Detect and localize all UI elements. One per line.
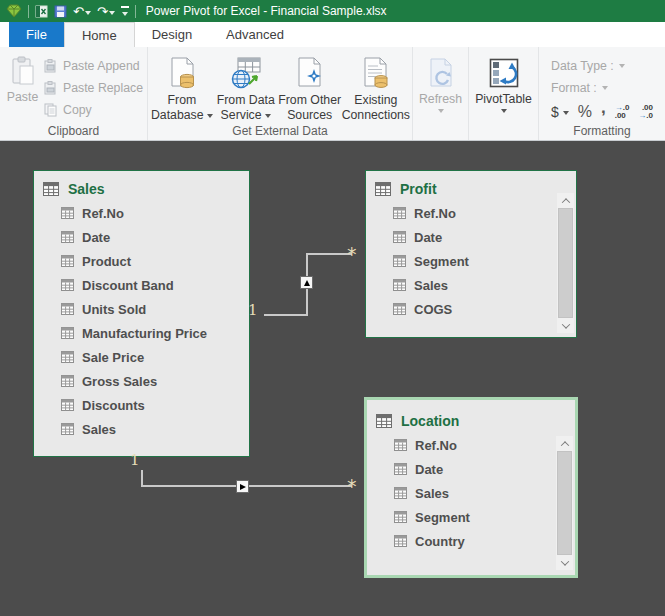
profit-scrollbar[interactable] bbox=[557, 193, 574, 333]
scrollbar-thumb[interactable] bbox=[558, 208, 573, 318]
paste-replace-label: Paste Replace bbox=[63, 81, 143, 95]
field-label: Ref.No bbox=[414, 206, 456, 221]
table-field-row[interactable]: Date bbox=[367, 457, 575, 481]
relationship-line[interactable] bbox=[306, 253, 352, 255]
table-field-row[interactable]: Gross Sales bbox=[34, 369, 249, 393]
location-scrollbar[interactable] bbox=[556, 436, 573, 570]
quick-access-toolbar-dropdown-icon[interactable] bbox=[121, 6, 129, 16]
field-table-icon bbox=[394, 463, 407, 475]
increase-decimal-button[interactable]: →.0 .00 bbox=[615, 104, 630, 120]
increase-decimal-bottom: .00 bbox=[615, 112, 630, 120]
field-label: Discount Band bbox=[82, 278, 174, 293]
undo-dropdown-icon[interactable] bbox=[85, 11, 91, 15]
table-field-row[interactable]: COGS bbox=[366, 297, 576, 321]
from-database-dropdown-icon bbox=[207, 114, 213, 118]
tab-design[interactable]: Design bbox=[135, 22, 209, 47]
filter-direction-up-icon[interactable] bbox=[300, 276, 313, 289]
field-label: Segment bbox=[414, 254, 469, 269]
redo-icon[interactable]: ↷ bbox=[97, 5, 115, 18]
powerpivot-window: ↶ ↷ Power Pivot for Excel - Financial Sa… bbox=[0, 0, 665, 616]
table-icon bbox=[375, 182, 391, 196]
table-field-row[interactable]: Segment bbox=[366, 249, 576, 273]
thousands-separator-button[interactable]: , bbox=[601, 98, 606, 118]
redo-dropdown-icon[interactable] bbox=[109, 11, 115, 15]
refresh-label: Refresh bbox=[419, 92, 462, 106]
field-table-icon bbox=[394, 535, 407, 547]
titlebar-separator bbox=[135, 5, 136, 18]
cardinality-one-label: 1 bbox=[130, 451, 140, 469]
field-table-icon bbox=[394, 439, 407, 451]
scroll-down-icon[interactable] bbox=[557, 318, 574, 333]
diagram-table-sales[interactable]: Sales Ref.NoDateProductDiscount BandUnit… bbox=[33, 170, 250, 457]
table-field-row[interactable]: Ref.No bbox=[34, 201, 249, 225]
field-table-icon bbox=[61, 279, 74, 291]
tab-advanced[interactable]: Advanced bbox=[209, 22, 301, 47]
table-field-row[interactable]: Segment bbox=[367, 505, 575, 529]
table-name: Profit bbox=[400, 181, 437, 197]
scroll-up-icon[interactable] bbox=[557, 193, 574, 208]
table-icon bbox=[376, 414, 392, 428]
from-other-sources-label-1: From Other bbox=[278, 93, 341, 108]
table-field-row[interactable]: Ref.No bbox=[367, 433, 575, 457]
ribbon-group-pivottable: PivotTable bbox=[469, 47, 539, 140]
table-field-row[interactable]: Product bbox=[34, 249, 249, 273]
refresh-button[interactable]: Refresh bbox=[419, 47, 462, 140]
table-field-row[interactable]: Discount Band bbox=[34, 273, 249, 297]
format-dropdown-icon[interactable] bbox=[602, 86, 608, 90]
paste-replace-button[interactable]: Paste Replace bbox=[43, 79, 143, 96]
field-table-icon bbox=[394, 487, 407, 499]
tab-home[interactable]: Home bbox=[64, 22, 135, 47]
cardinality-many-label: * bbox=[347, 243, 357, 265]
field-label: Country bbox=[415, 534, 465, 549]
field-label: Ref.No bbox=[415, 438, 457, 453]
table-header-sales[interactable]: Sales bbox=[34, 171, 249, 201]
relationship-line[interactable] bbox=[264, 314, 308, 316]
table-field-row[interactable]: Ref.No bbox=[366, 201, 576, 225]
undo-icon[interactable]: ↶ bbox=[73, 5, 91, 18]
table-field-row[interactable]: Sales bbox=[366, 273, 576, 297]
paste-append-button[interactable]: Paste Append bbox=[43, 57, 143, 74]
table-header-profit[interactable]: Profit bbox=[366, 171, 576, 201]
table-field-row[interactable]: Sales bbox=[34, 417, 249, 441]
field-label: Sale Price bbox=[82, 350, 144, 365]
ribbon: Paste Paste Append Paste Replace Copy Cl… bbox=[0, 47, 665, 141]
from-other-sources-icon bbox=[294, 53, 326, 93]
table-field-row[interactable]: Date bbox=[366, 225, 576, 249]
table-header-location[interactable]: Location bbox=[367, 400, 575, 433]
diagram-table-location[interactable]: Location Ref.NoDateSalesSegmentCountry bbox=[364, 397, 578, 578]
table-field-row[interactable]: Units Sold bbox=[34, 297, 249, 321]
diagram-table-profit[interactable]: Profit Ref.NoDateSegmentSalesCOGS bbox=[365, 170, 577, 338]
table-icon bbox=[43, 182, 59, 196]
table-field-row[interactable]: Discounts bbox=[34, 393, 249, 417]
field-list-location: Ref.NoDateSalesSegmentCountry bbox=[367, 433, 575, 553]
table-field-row[interactable]: Sale Price bbox=[34, 345, 249, 369]
ribbon-group-formatting: Data Type : Format : $ % , →.0 .00 .00 →… bbox=[539, 47, 665, 140]
copy-button[interactable]: Copy bbox=[43, 101, 143, 118]
table-field-row[interactable]: Country bbox=[367, 529, 575, 553]
tab-file[interactable]: File bbox=[9, 22, 64, 47]
currency-format-button[interactable]: $ bbox=[551, 104, 569, 120]
table-field-row[interactable]: Manufacturing Price bbox=[34, 321, 249, 345]
percent-format-button[interactable]: % bbox=[578, 103, 592, 121]
decrease-decimal-button[interactable]: .00 →.0 bbox=[638, 104, 653, 120]
diagram-view[interactable]: Sales Ref.NoDateProductDiscount BandUnit… bbox=[0, 141, 665, 616]
pivottable-button[interactable]: PivotTable bbox=[475, 47, 532, 140]
filter-direction-right-icon[interactable] bbox=[236, 480, 249, 493]
data-type-dropdown-icon[interactable] bbox=[619, 64, 625, 68]
cardinality-many-label: * bbox=[347, 475, 357, 497]
save-icon[interactable] bbox=[54, 5, 67, 18]
field-label: Sales bbox=[414, 278, 448, 293]
scroll-down-icon[interactable] bbox=[556, 555, 573, 570]
field-label: Date bbox=[415, 462, 443, 477]
get-external-data-group-label: Get External Data bbox=[148, 124, 412, 138]
ribbon-group-clipboard: Paste Paste Append Paste Replace Copy Cl… bbox=[0, 47, 148, 140]
scroll-up-icon[interactable] bbox=[556, 436, 573, 451]
field-label: Gross Sales bbox=[82, 374, 157, 389]
pivottable-label: PivotTable bbox=[475, 92, 532, 106]
scrollbar-thumb[interactable] bbox=[557, 451, 572, 555]
decrease-decimal-bottom: .0 bbox=[646, 111, 653, 120]
table-field-row[interactable]: Sales bbox=[367, 481, 575, 505]
table-field-row[interactable]: Date bbox=[34, 225, 249, 249]
refresh-icon bbox=[426, 54, 456, 92]
ribbon-group-refresh: Refresh bbox=[413, 47, 469, 140]
